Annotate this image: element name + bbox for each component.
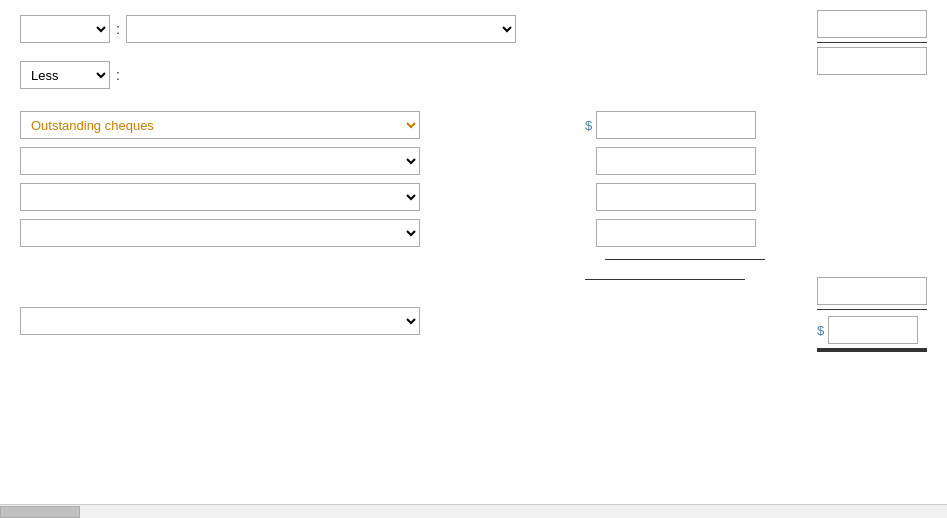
item-select-4[interactable] [20,219,420,247]
bottom-underline-input[interactable] [585,252,745,280]
bottom-final-input[interactable] [828,316,918,344]
less-colon: : [116,67,120,83]
item-select-1[interactable]: Outstanding cheques [20,111,420,139]
amount-input-3[interactable] [596,183,756,211]
less-select[interactable]: Less [20,61,110,89]
top-select-2[interactable] [126,15,516,43]
bottom-dollar-sign: $ [817,323,824,338]
top-right-input-2[interactable] [817,47,927,75]
top-select-1[interactable] [20,15,110,43]
dollar-sign-1: $ [585,118,592,133]
amount-input-1[interactable] [596,111,756,139]
amount-input-4[interactable] [596,219,756,247]
item-select-2[interactable] [20,147,420,175]
bottom-right-top-input[interactable] [817,277,927,305]
item-select-3[interactable] [20,183,420,211]
top-colon-1: : [116,21,120,37]
bottom-select[interactable] [20,307,420,335]
scrollbar-thumb[interactable] [0,506,80,518]
amount-input-2[interactable] [596,147,756,175]
horizontal-scrollbar[interactable] [0,504,947,518]
top-right-input-1[interactable] [817,10,927,38]
